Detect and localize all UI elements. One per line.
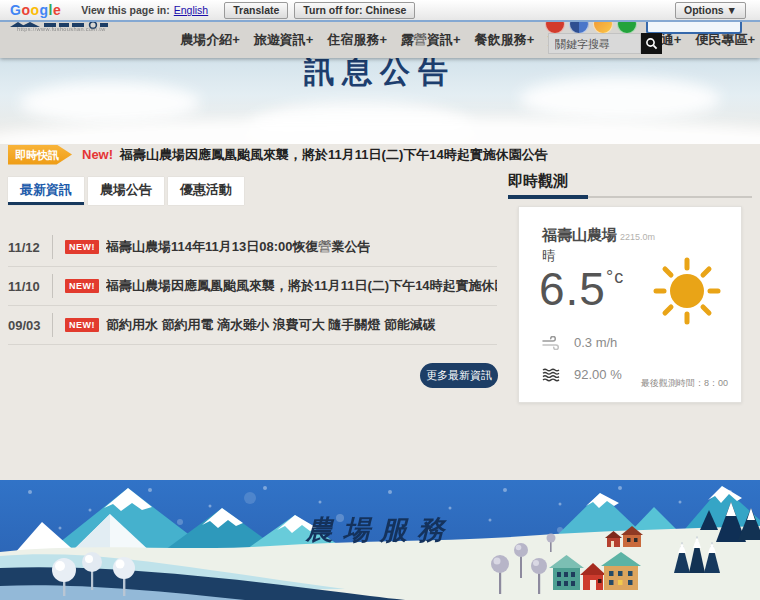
main-content: 即時快訊 New! 福壽山農場因應鳳凰颱風來襲，將於11月11日(二)下午14時… — [0, 144, 760, 480]
new-badge: NEW! — [65, 240, 99, 254]
weather-station-name: 福壽山農場2215.0m — [542, 226, 655, 245]
tab-farm-announcements[interactable]: 農場公告 — [88, 177, 164, 205]
new-badge: NEW! — [65, 318, 99, 332]
ticker-badge: 即時快訊 — [8, 145, 72, 165]
humidity-value: 92.00 % — [574, 367, 622, 382]
site-logo[interactable]: https://www.fushoushan.com.tw — [8, 22, 138, 34]
turn-off-button[interactable]: Turn off for: Chinese — [294, 2, 415, 19]
news-ticker: 即時快訊 New! 福壽山農場因應鳳凰颱風來襲，將於11月11日(二)下午14時… — [8, 144, 548, 165]
humidity-row: 92.00 % — [542, 367, 622, 382]
news-list: 11/12 NEW! 福壽山農場114年11月13日08:00恢復營業公告 11… — [8, 228, 497, 345]
news-title[interactable]: 福壽山農場114年11月13日08:00恢復營業公告 — [106, 238, 370, 256]
news-row[interactable]: 09/03 NEW! 節約用水 節約用電 滴水雖小 浪費可大 隨手關燈 節能減碳 — [8, 306, 497, 345]
tab-latest-news[interactable]: 最新資訊 — [8, 177, 84, 205]
translate-button[interactable]: Translate — [224, 2, 288, 19]
news-tabs: 最新資訊 農場公告 優惠活動 — [8, 177, 244, 205]
weather-card: 福壽山農場2215.0m 晴 6.5°c — [518, 206, 742, 403]
news-date: 09/03 — [8, 318, 52, 333]
site-url: https://www.fushoushan.com.tw — [17, 26, 106, 32]
nav-item-camping[interactable]: 露營資訊+ — [401, 31, 461, 49]
more-news-button[interactable]: 更多最新資訊 — [420, 363, 498, 388]
search-button[interactable] — [641, 33, 662, 54]
news-title[interactable]: 福壽山農場因應鳳凰颱風來襲，將於11月11日(二)下午14時起實施休園公告 — [106, 277, 497, 295]
nav-item-farm-intro[interactable]: 農場介紹+ — [180, 31, 240, 49]
wind-value: 0.3 m/h — [574, 335, 617, 350]
live-observation-title: 即時觀測 — [508, 172, 568, 191]
weather-altitude: 2215.0m — [620, 232, 655, 242]
page-title: 訊息公告 — [0, 52, 760, 93]
wind-icon — [542, 336, 560, 350]
nav-item-dining[interactable]: 餐飲服務+ — [475, 31, 535, 49]
news-row[interactable]: 11/12 NEW! 福壽山農場114年11月13日08:00恢復營業公告 — [8, 228, 497, 267]
farm-services-title: 農場服務 — [0, 512, 760, 548]
google-translate-bar: Google View this page in: English Transl… — [0, 0, 760, 22]
divider — [52, 235, 53, 259]
last-observed-time: 最後觀測時間：8：00 — [641, 377, 728, 390]
humidity-icon — [542, 368, 560, 382]
news-row[interactable]: 11/10 NEW! 福壽山農場因應鳳凰颱風來襲，將於11月11日(二)下午14… — [8, 267, 497, 306]
search-bar — [548, 33, 662, 54]
site-header: https://www.fushoushan.com.tw 農場介紹+ 旅遊資訊… — [0, 22, 760, 58]
divider — [52, 313, 53, 337]
footer-section: 農場服務 — [0, 480, 760, 600]
news-title[interactable]: 節約用水 節約用電 滴水雖小 浪費可大 隨手關燈 節能減碳 — [106, 316, 436, 334]
google-logo: Google — [10, 2, 61, 18]
page: 訊息公告 Google View this page in: English T… — [0, 0, 760, 600]
view-page-label: View this page in: — [81, 4, 170, 16]
divider-accent — [508, 195, 588, 199]
search-input[interactable] — [548, 33, 641, 54]
nav-item-lodging[interactable]: 住宿服務+ — [327, 31, 387, 49]
news-date: 11/12 — [8, 240, 52, 255]
wind-row: 0.3 m/h — [542, 335, 617, 350]
language-link[interactable]: English — [174, 4, 208, 16]
ticker-new-label: New! — [82, 147, 113, 162]
sun-icon — [651, 255, 723, 331]
new-badge: NEW! — [65, 279, 99, 293]
ticker-text[interactable]: 福壽山農場因應鳳凰颱風來襲，將於11月11日(二)下午14時起實施休園公告 — [120, 146, 548, 164]
search-icon — [645, 37, 658, 50]
temperature-unit: °c — [606, 267, 624, 287]
options-button[interactable]: Options ▼ — [675, 2, 746, 19]
nav-item-travel-info[interactable]: 旅遊資訊+ — [254, 31, 314, 49]
news-date: 11/10 — [8, 279, 52, 294]
divider — [52, 274, 53, 298]
tab-promotions[interactable]: 優惠活動 — [168, 177, 244, 205]
weather-temperature: 6.5°c — [539, 262, 624, 316]
